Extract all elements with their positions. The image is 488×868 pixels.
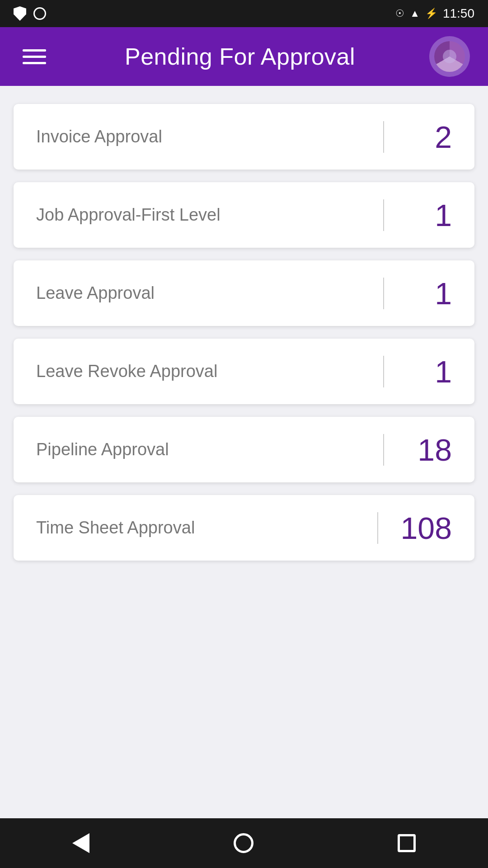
card-divider-job-first-level (383, 199, 384, 231)
approval-card-leave-revoke[interactable]: Leave Revoke Approval 1 (14, 339, 474, 404)
recent-icon (398, 834, 416, 852)
card-divider-invoice (383, 121, 384, 153)
approval-label-leave-revoke: Leave Revoke Approval (36, 362, 383, 381)
approval-label-invoice: Invoice Approval (36, 127, 383, 146)
back-icon (72, 833, 89, 853)
app-header: Pending For Approval (0, 27, 488, 86)
page-title: Pending For Approval (125, 43, 355, 70)
approval-count-leave: 1 (407, 276, 452, 311)
hamburger-line-1 (23, 49, 46, 52)
approval-card-invoice[interactable]: Invoice Approval 2 (14, 104, 474, 170)
card-divider-leave (383, 278, 384, 309)
approval-card-job-first-level[interactable]: Job Approval-First Level 1 (14, 182, 474, 248)
approval-count-timesheet: 108 (401, 510, 452, 546)
approval-label-timesheet: Time Sheet Approval (36, 518, 377, 538)
card-divider-pipeline (383, 434, 384, 466)
approval-card-pipeline[interactable]: Pipeline Approval 18 (14, 417, 474, 482)
approval-card-timesheet[interactable]: Time Sheet Approval 108 (14, 495, 474, 561)
card-divider-leave-revoke (383, 356, 384, 387)
card-divider-timesheet (377, 512, 378, 544)
status-bar-left (14, 6, 46, 21)
hamburger-line-2 (23, 56, 46, 58)
approval-count-invoice: 2 (407, 119, 452, 155)
home-icon (234, 833, 253, 853)
nav-back-button[interactable] (63, 824, 99, 862)
battery-icon: ⚡ (425, 8, 437, 19)
approval-card-leave[interactable]: Leave Approval 1 (14, 260, 474, 326)
status-bar: ☉ ▲ ⚡ 11:50 (0, 0, 488, 27)
wifi-icon: ☉ (395, 8, 404, 19)
approval-label-job-first-level: Job Approval-First Level (36, 205, 383, 225)
nav-home-button[interactable] (225, 824, 263, 862)
signal-icon: ▲ (410, 8, 420, 19)
hamburger-menu-button[interactable] (18, 45, 51, 69)
hamburger-line-3 (23, 62, 46, 64)
status-time: 11:50 (443, 6, 474, 21)
approval-count-leave-revoke: 1 (407, 354, 452, 389)
approval-count-job-first-level: 1 (407, 198, 452, 233)
app-logo-icon (434, 41, 465, 72)
bottom-nav (0, 818, 488, 868)
approval-label-leave: Leave Approval (36, 283, 383, 303)
main-content: Invoice Approval 2 Job Approval-First Le… (0, 86, 488, 818)
approval-label-pipeline: Pipeline Approval (36, 440, 383, 459)
status-bar-right: ☉ ▲ ⚡ 11:50 (395, 6, 474, 21)
shield-icon (14, 6, 26, 21)
camera-icon (33, 7, 46, 20)
approval-count-pipeline: 18 (407, 432, 452, 467)
nav-recent-button[interactable] (389, 825, 425, 861)
app-logo-button[interactable] (429, 36, 470, 77)
logo-center (443, 50, 456, 63)
